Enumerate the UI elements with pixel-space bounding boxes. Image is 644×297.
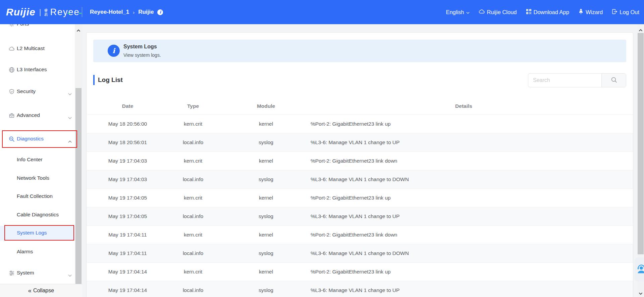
device-info-icon[interactable]: i xyxy=(157,9,163,15)
support-headset-icon xyxy=(636,264,644,275)
page-scrollbar[interactable] xyxy=(637,24,644,297)
cell-type: kern.crit xyxy=(159,121,227,127)
page-info-banner: i System Logs View system logs. xyxy=(93,40,626,62)
page-subtitle: View system logs. xyxy=(123,52,161,58)
logout-label: Log Out xyxy=(620,9,639,15)
page-title: System Logs xyxy=(123,44,157,50)
log-search xyxy=(528,73,626,87)
content-card: i System Logs View system logs. Log List… xyxy=(86,32,633,297)
logo-green-accent xyxy=(67,13,70,14)
table-row: May 19 17:04:11 kern.crit kernel %Port-2… xyxy=(87,225,633,244)
cell-date: May 19 17:04:03 xyxy=(97,158,159,164)
sidebar-item-cable-diagnostics[interactable]: Cable Diagnostics xyxy=(0,208,75,222)
sidebar-item-l3-interfaces[interactable]: L3 Interfaces xyxy=(0,62,75,77)
sidebar-scrollbar[interactable] xyxy=(75,24,82,284)
table-row: May 19 17:04:03 local.info syslog %L3-6:… xyxy=(87,170,633,188)
cloud-icon xyxy=(9,46,15,52)
cell-date: May 19 17:04:14 xyxy=(97,269,159,275)
logo-divider: | xyxy=(39,8,41,16)
scroll-up-arrow-icon[interactable] xyxy=(76,27,80,33)
download-app-label: Download App xyxy=(534,9,569,15)
brand-reyee-text: Reyee xyxy=(50,7,79,17)
sidebar-scrollbar-thumb[interactable] xyxy=(75,88,82,284)
scroll-up-arrow-icon[interactable] xyxy=(639,27,643,33)
chevron-down-icon xyxy=(68,272,72,278)
rocket-icon xyxy=(578,8,584,16)
search-icon xyxy=(611,77,617,84)
cell-details: %L3-6: Manage VLAN 1 change to DOWN xyxy=(305,250,623,256)
cell-type: local.info xyxy=(159,176,227,182)
chevron-down-icon xyxy=(466,9,470,15)
sidebar-item-network-tools[interactable]: Network Tools xyxy=(0,171,75,186)
brand-ruijie-text: Ruijie xyxy=(6,6,36,18)
diagnostics-magnifier-icon xyxy=(9,136,15,142)
breadcrumb-current[interactable]: Ruijie xyxy=(138,9,154,15)
chevron-up-icon xyxy=(68,138,72,144)
section-title: Log List xyxy=(98,76,123,84)
cell-details: %L3-6: Manage VLAN 1 change to UP xyxy=(305,287,623,293)
page-scrollbar-thumb[interactable] xyxy=(638,33,644,254)
logo-green-accent xyxy=(79,13,82,14)
cell-type: local.info xyxy=(159,250,227,256)
search-button[interactable] xyxy=(601,74,626,87)
search-input[interactable] xyxy=(528,74,601,87)
sidebar-item-alarms[interactable]: Alarms xyxy=(0,245,75,259)
cell-details: %Port-2: GigabitEthernet23 link down xyxy=(305,158,623,164)
logout-icon xyxy=(612,9,618,16)
table-row: May 19 17:04:11 local.info syslog %L3-6:… xyxy=(87,244,633,262)
breadcrumb-device[interactable]: Reyee-Hotel_1 xyxy=(90,9,129,15)
table-row: May 18 20:56:00 kern.crit kernel %Port-2… xyxy=(87,115,633,133)
sidebar-item-diagnostics[interactable]: Diagnostics xyxy=(0,132,75,146)
scroll-down-arrow-icon[interactable] xyxy=(639,290,643,296)
cell-date: May 19 17:04:05 xyxy=(97,195,159,201)
cell-details: %Port-2: GigabitEthernet23 link down xyxy=(305,232,623,238)
cell-type: kern.crit xyxy=(159,269,227,275)
cell-date: May 18 20:56:01 xyxy=(97,139,159,145)
header-vertical-divider xyxy=(82,7,82,17)
sidebar-item-info-center[interactable]: Info Center xyxy=(0,153,75,167)
sidebar-item-l2-multicast[interactable]: L2 Multicast xyxy=(0,41,75,56)
top-header-bar: Ruijie | 睿易 Reyee Reyee-Hotel_1 › Ruijie… xyxy=(0,0,644,24)
chevron-down-icon xyxy=(68,115,72,121)
sidebar-item-advanced[interactable]: Advanced xyxy=(0,108,75,123)
language-selector[interactable]: English xyxy=(446,9,469,15)
table-row: May 19 17:04:03 kern.crit kernel %Port-2… xyxy=(87,152,633,170)
sidebar-item-system[interactable]: System xyxy=(0,266,75,281)
cell-module: kernel xyxy=(227,232,305,238)
cell-type: kern.crit xyxy=(159,195,227,201)
sliders-icon xyxy=(9,270,15,276)
cell-type: kern.crit xyxy=(159,158,227,164)
cell-type: local.info xyxy=(159,139,227,145)
support-widget[interactable] xyxy=(635,257,644,282)
info-icon: i xyxy=(108,45,120,57)
sidebar-item-fault-collection[interactable]: Fault Collection xyxy=(0,189,75,204)
ruijie-cloud-label: Ruijie Cloud xyxy=(487,9,517,15)
table-row: May 19 17:04:05 kern.crit kernel %Port-2… xyxy=(87,188,633,207)
download-app-link[interactable]: Download App xyxy=(526,9,569,16)
sidebar-item-security[interactable]: Security xyxy=(0,84,75,99)
cell-module: kernel xyxy=(227,195,305,201)
cell-date: May 19 17:04:05 xyxy=(97,213,159,219)
sidebar-item-ports[interactable]: Ports xyxy=(0,24,75,32)
cell-date: May 19 17:04:14 xyxy=(97,287,159,293)
cell-date: May 18 20:56:00 xyxy=(97,121,159,127)
cell-details: %L3-6: Manage VLAN 1 change to DOWN xyxy=(305,176,623,182)
wizard-label: Wizard xyxy=(586,9,603,15)
cell-details: %L3-6: Manage VLAN 1 change to UP xyxy=(305,213,623,219)
logout-button[interactable]: Log Out xyxy=(612,9,639,16)
globe-icon xyxy=(9,67,15,73)
ruijie-cloud-link[interactable]: Ruijie Cloud xyxy=(479,8,517,16)
column-header-date: Date xyxy=(97,103,159,109)
sidebar-item-system-logs[interactable]: System Logs xyxy=(0,226,75,241)
cell-details: %Port-2: GigabitEthernet23 link up xyxy=(305,121,623,127)
cell-details: %Port-2: GigabitEthernet23 link up xyxy=(305,195,623,201)
cell-date: May 19 17:04:11 xyxy=(97,232,159,238)
cell-details: %Port-2: GigabitEthernet23 link up xyxy=(305,269,623,275)
cell-date: May 19 17:04:11 xyxy=(97,250,159,256)
wizard-link[interactable]: Wizard xyxy=(578,8,603,16)
language-label: English xyxy=(446,9,464,15)
sidebar-nav: Ports L2 Multicast L3 Interfaces Securit… xyxy=(0,24,75,297)
shield-check-icon xyxy=(9,89,15,95)
cell-type: local.info xyxy=(159,287,227,293)
sidebar-collapse-button[interactable]: « Collapse xyxy=(0,284,82,297)
